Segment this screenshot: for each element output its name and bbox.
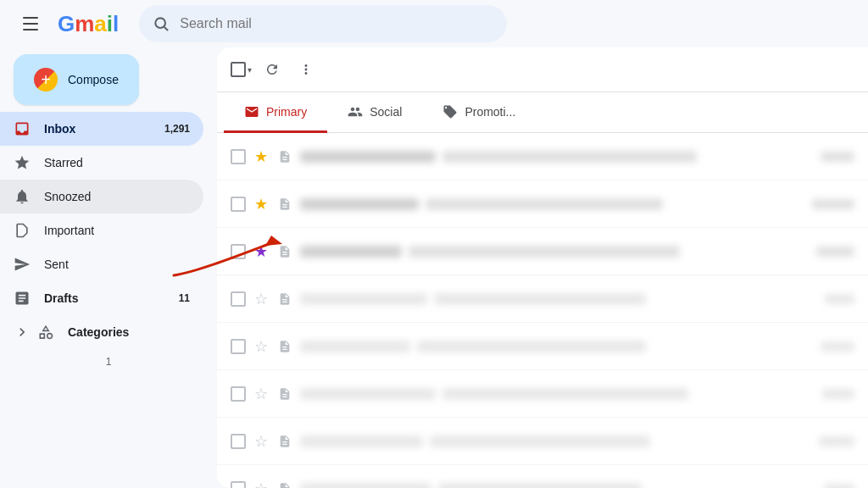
primary-tab-icon [244,104,259,119]
importance-button[interactable] [276,243,293,260]
snoozed-icon [14,188,31,205]
email-date [816,247,854,257]
email-row[interactable]: ☆ [217,323,868,370]
header: Gmail [0,0,868,47]
star-button[interactable]: ★ [253,243,270,260]
email-row[interactable]: ☆ [217,370,868,418]
star-button[interactable]: ☆ [253,291,270,308]
importance-button[interactable] [276,480,293,489]
select-dropdown-arrow[interactable]: ▾ [246,65,253,75]
select-all-checkbox[interactable] [231,62,246,77]
email-date [825,294,854,304]
email-body [409,246,810,258]
important-label: Important [44,224,190,237]
toolbar: ▾ [217,47,868,92]
refresh-button[interactable] [257,54,287,85]
main-content: ▾ Primary Social Promoti... [217,47,868,488]
star-button[interactable]: ★ [253,148,270,165]
email-checkbox[interactable] [231,149,246,164]
drafts-label: Drafts [44,291,165,305]
email-row[interactable]: ★ [217,228,868,275]
email-checkbox[interactable] [231,291,246,307]
email-checkbox[interactable] [231,434,246,449]
sidebar-item-starred[interactable]: Starred [0,146,203,180]
star-button[interactable]: ☆ [253,385,270,402]
email-sender [300,483,431,489]
select-all-wrapper[interactable]: ▾ [231,62,253,77]
search-icon [153,15,170,32]
sidebar-item-drafts[interactable]: Drafts 11 [0,281,203,315]
search-input[interactable] [180,16,493,31]
email-checkbox[interactable] [231,244,246,259]
email-checkbox[interactable] [231,197,246,212]
email-sender [300,341,410,352]
email-row[interactable]: ★ [217,180,868,228]
email-date [821,152,854,162]
search-bar[interactable] [139,5,507,42]
email-body [426,198,805,210]
tab-social-label: Social [370,105,402,119]
email-body [430,435,812,447]
tab-promotions-label: Promoti... [465,105,515,119]
email-list: ★ ★ [217,133,868,488]
compose-button[interactable]: Compose [14,54,139,105]
importance-button[interactable] [276,196,293,213]
expand-icon [14,324,31,341]
email-body [442,151,814,163]
email-date [812,199,854,209]
tab-social[interactable]: Social [327,92,422,133]
importance-button[interactable] [276,433,293,450]
email-body [417,341,814,352]
categories-icon [37,324,54,341]
more-button[interactable] [291,54,321,85]
email-checkbox[interactable] [231,339,246,354]
starred-icon [14,154,31,171]
sidebar-item-snoozed[interactable]: Snoozed [0,180,203,214]
email-row[interactable]: ☆ [217,275,868,323]
sidebar-item-categories[interactable]: Categories [0,315,203,349]
email-row[interactable]: ☆ [217,465,868,488]
sidebar: Compose Inbox 1,291 Starred Snoozed [0,47,217,488]
email-date [822,389,854,399]
sidebar-item-important[interactable]: Important [0,214,203,247]
email-row[interactable]: ★ [217,133,868,180]
tab-primary[interactable]: Primary [224,92,327,133]
tab-primary-label: Primary [266,105,307,119]
email-date [819,436,854,446]
hamburger-button[interactable] [14,7,47,41]
star-button[interactable]: ☆ [253,480,270,489]
importance-button[interactable] [276,338,293,355]
social-tab-icon [348,104,363,119]
hamburger-icon [23,17,38,30]
inbox-icon [14,120,31,137]
sent-icon [14,256,31,273]
drafts-badge: 11 [179,292,190,304]
sent-label: Sent [44,258,190,271]
email-date [821,341,854,352]
star-button[interactable]: ★ [253,196,270,213]
promotions-tab-icon [442,104,458,119]
importance-button[interactable] [276,148,293,165]
sidebar-item-inbox[interactable]: Inbox 1,291 [0,112,203,146]
starred-label: Starred [44,156,190,169]
important-icon [14,222,31,239]
compose-plus-icon [34,68,58,92]
refresh-icon [264,62,280,77]
sidebar-item-sent[interactable]: Sent [0,247,203,281]
email-row[interactable]: ☆ [217,418,868,465]
email-sender [300,246,402,258]
star-button[interactable]: ☆ [253,338,270,355]
email-checkbox[interactable] [231,481,246,489]
snoozed-label: Snoozed [44,190,190,203]
star-button[interactable]: ☆ [253,433,270,450]
email-checkbox[interactable] [231,386,246,402]
importance-button[interactable] [276,385,293,402]
tab-promotions[interactable]: Promoti... [422,92,536,133]
importance-button[interactable] [276,291,293,308]
inbox-label: Inbox [44,122,151,136]
email-sender [300,151,436,163]
svg-line-1 [164,27,168,30]
more-icon [298,62,314,77]
email-sender [300,198,419,210]
compose-label: Compose [68,73,119,86]
